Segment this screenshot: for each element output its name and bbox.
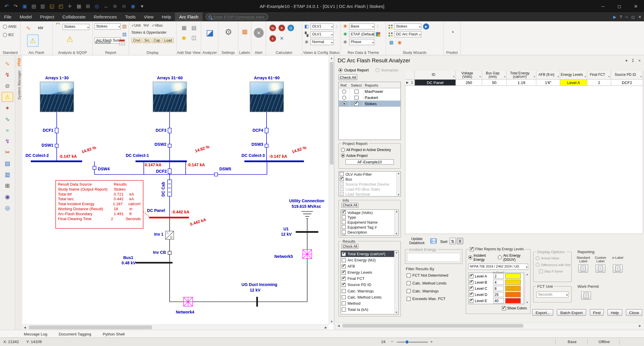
standard-dropdown[interactable]: NFPA 70E 2024 / Z462 2024 / UD xyxy=(468,263,528,270)
panel-pin-icon[interactable]: ↧ xyxy=(631,58,635,63)
level-threshold-value[interactable]: 4 xyxy=(493,280,504,285)
grid-cell[interactable]: 250 xyxy=(456,80,482,86)
results-checkbox[interactable] xyxy=(342,283,346,287)
all-project-radio[interactable] xyxy=(341,148,345,152)
zoom-out-icon[interactable]: ⊖ xyxy=(120,2,128,10)
arc-energy-radio[interactable] xyxy=(498,255,502,259)
reference-radio[interactable] xyxy=(342,102,346,106)
undo-icon[interactable]: ↶ xyxy=(2,2,11,10)
grid-column-header[interactable]: Voltage (Volts) ▼ xyxy=(456,71,482,80)
grid-column-header[interactable]: Final FCT ▼ xyxy=(587,71,611,80)
redo-icon[interactable]: ↷ xyxy=(11,2,20,10)
grid-cell[interactable]: DC Panel xyxy=(415,80,456,86)
bottom-tab[interactable]: Message Log xyxy=(24,331,47,336)
list-scrollbar[interactable]: ▲▼ xyxy=(394,210,398,235)
menu-item[interactable]: Arc Flash xyxy=(175,12,202,21)
filter-results-item[interactable]: Exceeds Max. FCT xyxy=(406,295,449,303)
results-item[interactable]: Total Ia (kA) xyxy=(341,306,394,312)
arc-flash-icon[interactable]: ⚠ xyxy=(2,92,13,102)
connection-status[interactable]: Offline xyxy=(591,340,618,344)
network-label[interactable]: Network4 xyxy=(176,310,194,314)
switch-label[interactable]: DSW4 xyxy=(98,167,110,171)
grid-cell[interactable]: 1.19 xyxy=(507,80,537,86)
info-item[interactable]: Bus Gap xyxy=(341,234,394,236)
filter-icon[interactable]: ▼ xyxy=(584,75,586,79)
results-checkbox[interactable] xyxy=(342,264,346,268)
level-checkbox[interactable] xyxy=(469,292,474,297)
output-report-radio[interactable] xyxy=(339,68,343,72)
fuse-label[interactable]: DCF4 xyxy=(248,128,263,133)
report-method-row[interactable]: MaxPower xyxy=(339,88,400,95)
results-checkbox[interactable] xyxy=(342,289,346,293)
info-checkbox[interactable] xyxy=(342,215,346,219)
breaker-label[interactable]: Inv CB xyxy=(149,250,166,254)
bottom-tab[interactable]: Python Shell xyxy=(103,331,125,336)
load-flow-icon[interactable]: ↯ xyxy=(2,70,13,80)
filter-icon[interactable]: ▼ xyxy=(479,75,481,79)
info-checkbox[interactable] xyxy=(342,225,346,229)
save-icon[interactable]: ▣ xyxy=(21,2,29,10)
energy-filter-checkbox[interactable] xyxy=(470,247,474,251)
filter-checkbox[interactable] xyxy=(406,281,411,285)
olv-filter-item[interactable]: Source Protective Device xyxy=(339,181,396,186)
grid-column-header[interactable]: Bus Gap (mm) ▼ xyxy=(482,71,507,80)
revision-dropdown[interactable]: Base xyxy=(349,23,375,30)
sort-ascending-button[interactable]: ⇅ xyxy=(449,238,456,244)
zoom-window-icon[interactable]: ◎ xyxy=(93,2,101,10)
results-item[interactable]: Final FCT xyxy=(341,275,394,282)
work-permit-button[interactable] xyxy=(581,292,591,300)
ground-grid-icon[interactable]: ⊞ xyxy=(2,181,13,191)
canvas-vertical-scrollbar[interactable]: ▲ ▼ xyxy=(329,55,334,324)
new-project-icon[interactable]: ◰ xyxy=(57,2,65,10)
level-threshold-value[interactable]: 2 xyxy=(493,273,504,279)
lf-calculator-icon[interactable]: Ω xyxy=(288,25,294,31)
info-item[interactable]: Equipment Name xyxy=(341,220,394,225)
filter-checkbox[interactable] xyxy=(340,172,344,176)
incident-energy-radio[interactable] xyxy=(468,255,472,259)
results-item[interactable]: Source PD ID xyxy=(341,282,394,288)
results-checkbox[interactable] xyxy=(342,258,346,262)
pan-icon[interactable]: ✛ xyxy=(66,2,74,10)
datablock-icon[interactable] xyxy=(431,239,437,244)
open-project-icon[interactable]: ◱ xyxy=(48,2,56,10)
project-name-field[interactable]: AF-Example10 xyxy=(345,159,394,165)
result-analyzer-icon[interactable]: ◪ xyxy=(205,25,215,40)
hv-dc-arc-flash-icon[interactable]: HV xyxy=(35,24,46,32)
list-scrollbar[interactable]: ▲▼ xyxy=(394,251,398,314)
level-threshold-value[interactable]: 8 xyxy=(493,286,504,291)
energy-level-row[interactable]: Level B 4 xyxy=(469,279,524,285)
phase-dropdown[interactable]: Phase xyxy=(349,39,375,45)
pump-systems-icon[interactable]: ◉ xyxy=(2,192,13,202)
bottom-tab[interactable]: Document Tagging xyxy=(59,331,91,336)
iec-radio[interactable] xyxy=(3,33,7,37)
grid-cell[interactable]: 1'6" xyxy=(537,80,560,86)
filter-results-item[interactable]: Calc. Warnings xyxy=(406,287,449,295)
report-label-button[interactable] xyxy=(613,264,623,273)
results-item[interactable]: Total Energy (cal/cm²) xyxy=(341,251,394,257)
results-item[interactable]: Calc. Method Limits xyxy=(341,294,394,300)
grid-column-header[interactable]: Total Energy (cal/cm²) ▼ xyxy=(507,71,537,80)
panel-action-button[interactable]: Help xyxy=(607,309,622,316)
menu-item[interactable]: Tools xyxy=(121,12,140,21)
panel-action-button[interactable]: Batch Export xyxy=(557,309,586,316)
grid-cell[interactable]: DCF2 xyxy=(611,80,643,86)
info-checkbox[interactable] xyxy=(342,230,346,234)
harmonic-analysis-icon[interactable]: ≈ xyxy=(2,125,13,135)
level-threshold-value[interactable]: 25 xyxy=(493,292,504,297)
protection-coordination-icon[interactable]: ✂ xyxy=(2,147,13,157)
print-icon[interactable]: ▤ xyxy=(30,2,38,10)
filter-icon[interactable]: ▼ xyxy=(608,75,610,79)
grid-cell[interactable]: 50 xyxy=(482,80,507,86)
panel-close-icon[interactable]: × xyxy=(638,58,641,63)
zoom-slider-thumb[interactable] xyxy=(405,340,409,344)
reference-radio[interactable] xyxy=(342,95,346,100)
star-system-icon[interactable]: ◫ xyxy=(190,34,198,41)
theme-dropdown[interactable]: ETAP (Default) xyxy=(349,31,375,37)
info-item[interactable]: Voltage (Volts) xyxy=(341,210,394,215)
report-label-button[interactable] xyxy=(578,264,588,273)
levels-scrollbar[interactable]: ▲▼ xyxy=(525,273,529,304)
show-colors-checkbox[interactable] xyxy=(502,306,506,310)
active-project-radio[interactable] xyxy=(341,153,345,157)
help-icon[interactable]: ? xyxy=(620,15,622,19)
switch-label[interactable]: DSW3 xyxy=(247,142,263,146)
